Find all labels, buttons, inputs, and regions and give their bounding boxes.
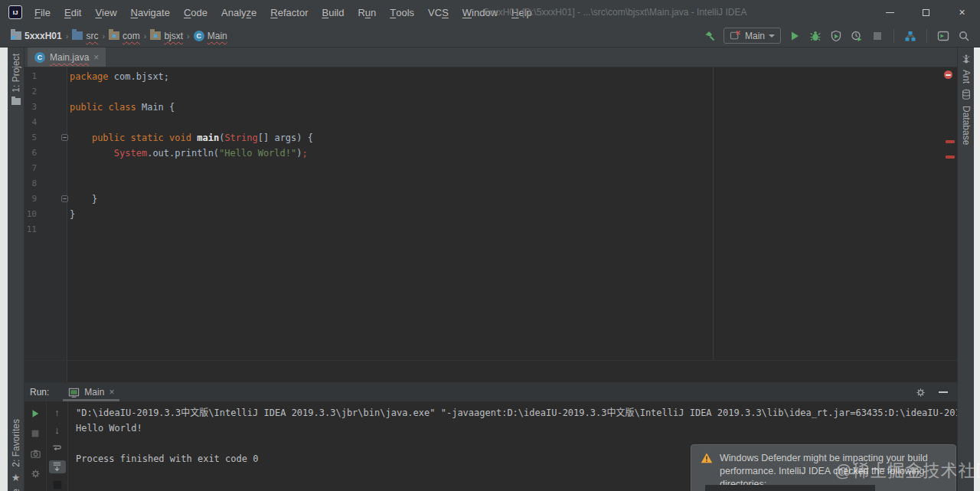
console-toolbar: ↑ ↓ [46,401,67,491]
menu-item-view[interactable]: View [88,0,123,25]
right-tool-window-bar: Ant Database [957,47,974,491]
camera-icon[interactable] [28,447,42,460]
menu-item-vcs[interactable]: VCS [421,0,456,25]
code-token: } [70,209,75,220]
run-tab-main[interactable]: Main × [63,383,119,401]
error-indicator-icon[interactable] [944,70,952,79]
background-window-strip-left [0,47,8,491]
minimize-icon[interactable] [872,0,908,25]
navigation-bar: 5xxxH01›src›com›bjsxt›Main Main [0,25,980,47]
tool-button-database[interactable]: Database [961,106,972,145]
code-line-6[interactable]: 6 System.out.println("Hello World!"); [24,146,957,161]
menu-item-navigate[interactable]: Navigate [124,0,177,25]
code-line-9[interactable]: 9− } [24,191,957,207]
editor-tab-main-java[interactable]: Main.java × [28,47,106,67]
breadcrumb-5xxxh01[interactable]: 5xxxH01 [11,31,62,41]
tool-button-project[interactable]: 1: Project [11,54,21,93]
breadcrumb-src[interactable]: src [72,31,98,41]
code-token: } [70,194,97,205]
line-number: 10 [24,207,37,222]
hide-icon[interactable] [939,391,948,393]
run-panel-title: Run: [30,387,49,398]
ide-window: IJ FileEditViewNavigateCodeAnalyzeRefact… [0,0,980,491]
menu-item-run[interactable]: Run [351,0,383,25]
code-line-10[interactable]: 10} [24,207,957,222]
tool-button-ant[interactable]: Ant [961,70,972,83]
up-arrow-icon[interactable]: ↑ [51,407,64,418]
editor-area: Main.java × 1package com.bjsxt;23public … [24,47,957,382]
profiler-icon[interactable] [850,29,864,43]
close-icon[interactable]: × [944,0,980,25]
debug-icon[interactable] [808,29,822,43]
code-line-7[interactable]: 7 [24,161,957,176]
title-bar: IJ FileEditViewNavigateCodeAnalyzeRefact… [0,0,980,25]
stop-icon[interactable] [28,427,42,440]
code-line-8[interactable]: 8 [24,176,957,191]
breadcrumb-com[interactable]: com [109,31,140,41]
code-token: main [197,133,219,143]
rerun-icon[interactable] [28,407,42,421]
settings-gear-icon[interactable] [28,466,42,480]
tab-close-icon[interactable]: × [109,387,114,398]
gear-icon[interactable] [913,385,927,399]
project-folder-icon [11,98,21,105]
run-config-selector[interactable]: Main [724,28,781,44]
line-number: 4 [24,115,37,130]
build-hammer-icon[interactable] [703,29,717,43]
console-line-1: "D:\ideaIU-2019.3.3中文版\IntelliJ IDEA 201… [76,405,957,421]
stop-icon[interactable] [871,29,884,43]
menu-item-refactor[interactable]: Refactor [263,0,315,25]
project-structure-icon[interactable] [903,29,917,43]
menu-item-analyze[interactable]: Analyze [214,0,263,25]
breadcrumb-label: src [86,31,98,41]
code-line-5[interactable]: 5− public static void main(String[] args… [24,130,957,146]
menu-item-tools[interactable]: Tools [383,0,421,25]
breadcrumb-main[interactable]: Main [194,31,227,41]
main-toolbar: Main [703,28,971,44]
code-area: 1package com.bjsxt;23public class Main {… [24,67,957,237]
menu-item-build[interactable]: Build [315,0,351,25]
code-line-3[interactable]: 3public class Main { [24,100,957,115]
fold-marker-icon[interactable]: − [61,134,68,141]
run-window-icon[interactable] [936,29,950,43]
breadcrumb-label: com [122,31,140,41]
line-number: 1 [24,69,37,84]
error-stripe-mark[interactable] [946,140,955,143]
star-icon: ★ [11,473,21,483]
scroll-to-end-icon[interactable] [49,460,66,473]
search-everywhere-icon[interactable] [957,29,971,43]
left-tool-window-bar: 1: Project 2: Favorites ★ Structure [8,47,24,491]
maximize-icon[interactable] [908,0,944,25]
warning-icon [701,452,713,464]
soft-wrap-icon[interactable] [51,443,64,454]
code-token: com.bjsxt; [109,71,169,82]
menu-item-edit[interactable]: Edit [57,0,88,25]
code-line-1[interactable]: 1package com.bjsxt; [24,69,957,84]
code-line-4[interactable]: 4 [24,115,957,130]
database-icon [961,89,972,100]
code-line-2[interactable]: 2 [24,84,957,100]
run-config-name: Main [745,31,765,41]
source-folder-icon [72,31,83,40]
run-icon[interactable] [788,29,802,43]
code-token: ; [302,148,307,159]
run-with-coverage-icon[interactable] [829,29,843,43]
fold-marker-icon[interactable]: − [61,195,68,202]
code-token [70,133,92,143]
run-panel-header: Run: Main × [24,383,957,401]
breadcrumb-label: bjsxt [164,31,183,41]
tab-close-icon[interactable]: × [93,52,99,63]
package-folder-icon [109,31,119,40]
breadcrumb-bjsxt[interactable]: bjsxt [150,31,183,41]
down-arrow-icon[interactable]: ↓ [51,424,64,436]
project-folder-icon [11,31,21,40]
menu-item-code[interactable]: Code [177,0,214,25]
code-line-11[interactable]: 11 [24,222,957,237]
menu-item-file[interactable]: File [28,0,57,25]
error-stripe-mark[interactable] [946,155,955,159]
notification-directories-block [705,485,875,491]
tool-button-favorites[interactable]: 2: Favorites [11,419,21,467]
notification-balloon[interactable]: Windows Defender might be impacting your… [691,444,956,491]
code-editor[interactable]: 1package com.bjsxt;23public class Main {… [24,67,957,382]
print-icon[interactable] [51,480,64,491]
